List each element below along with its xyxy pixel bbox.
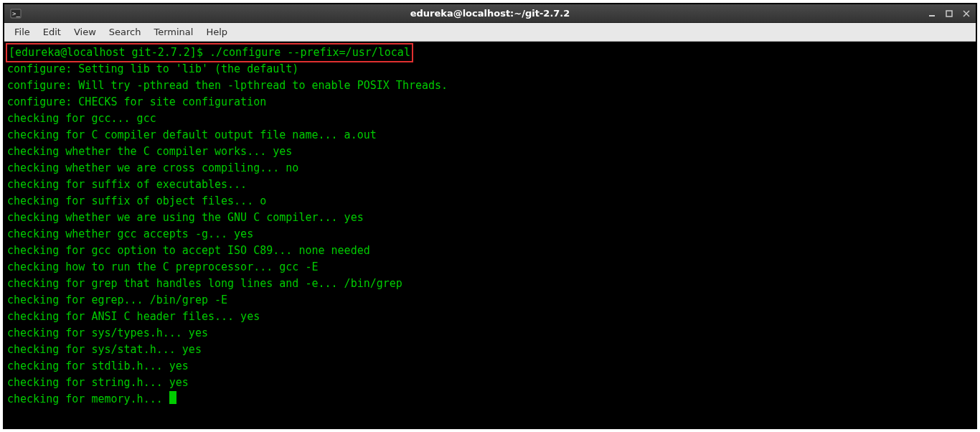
- menubar: File Edit View Search Terminal Help: [4, 23, 976, 42]
- output-line: checking for ANSI C header files... yes: [7, 309, 973, 325]
- output-line: checking for C compiler default output f…: [7, 127, 973, 144]
- menu-search[interactable]: Search: [103, 24, 147, 39]
- menu-help[interactable]: Help: [200, 24, 233, 39]
- close-button[interactable]: [961, 9, 971, 19]
- output-line: checking for stdlib.h... yes: [7, 358, 973, 375]
- titlebar: >_ edureka@localhost:~/git-2.7.2: [4, 4, 976, 23]
- terminal-output[interactable]: [edureka@localhost git-2.7.2]$ ./configu…: [4, 42, 976, 428]
- shell-command: ./configure --prefix=/usr/local: [209, 46, 410, 59]
- output-line: checking for gcc... gcc: [7, 111, 973, 127]
- output-line: checking for sys/stat.h... yes: [7, 342, 973, 358]
- output-line: checking for egrep... /bin/grep -E: [7, 292, 973, 309]
- terminal-icon: >_: [9, 6, 23, 21]
- shell-prompt: [edureka@localhost git-2.7.2]$: [9, 46, 209, 59]
- output-line: checking whether gcc accepts -g... yes: [7, 226, 973, 243]
- window-title: edureka@localhost:~/git-2.7.2: [410, 8, 570, 19]
- terminal-window: >_ edureka@localhost:~/git-2.7.2 File Ed…: [4, 4, 976, 428]
- output-line: checking whether we are using the GNU C …: [7, 210, 973, 226]
- menu-terminal[interactable]: Terminal: [148, 24, 199, 39]
- output-line: checking for sys/types.h... yes: [7, 325, 973, 342]
- menu-edit[interactable]: Edit: [37, 24, 67, 39]
- output-line: configure: CHECKS for site configuration: [7, 94, 973, 111]
- highlighted-command: [edureka@localhost git-2.7.2]$ ./configu…: [6, 43, 413, 62]
- output-line: checking for gcc option to accept ISO C8…: [7, 243, 973, 259]
- cursor: [169, 391, 176, 404]
- output-line: checking for grep that handles long line…: [7, 276, 973, 292]
- svg-rect-3: [946, 11, 952, 17]
- output-line: configure: Will try -pthread then -lpthr…: [7, 78, 973, 94]
- output-line: checking for suffix of executables...: [7, 177, 973, 193]
- output-line-last: checking for memory.h...: [7, 391, 973, 408]
- window-controls: [927, 9, 971, 19]
- output-line: checking for string.h... yes: [7, 375, 973, 391]
- minimize-button[interactable]: [927, 9, 937, 19]
- menu-file[interactable]: File: [9, 24, 36, 39]
- svg-text:>_: >_: [12, 10, 20, 17]
- output-line: checking for suffix of object files... o: [7, 193, 973, 210]
- output-line: checking how to run the C preprocessor..…: [7, 259, 973, 276]
- output-line: checking whether we are cross compiling.…: [7, 160, 973, 177]
- output-line: checking whether the C compiler works...…: [7, 144, 973, 160]
- maximize-button[interactable]: [944, 9, 954, 19]
- output-line: configure: Setting lib to 'lib' (the def…: [7, 61, 973, 78]
- command-line: [edureka@localhost git-2.7.2]$ ./configu…: [7, 43, 973, 61]
- menu-view[interactable]: View: [68, 24, 102, 39]
